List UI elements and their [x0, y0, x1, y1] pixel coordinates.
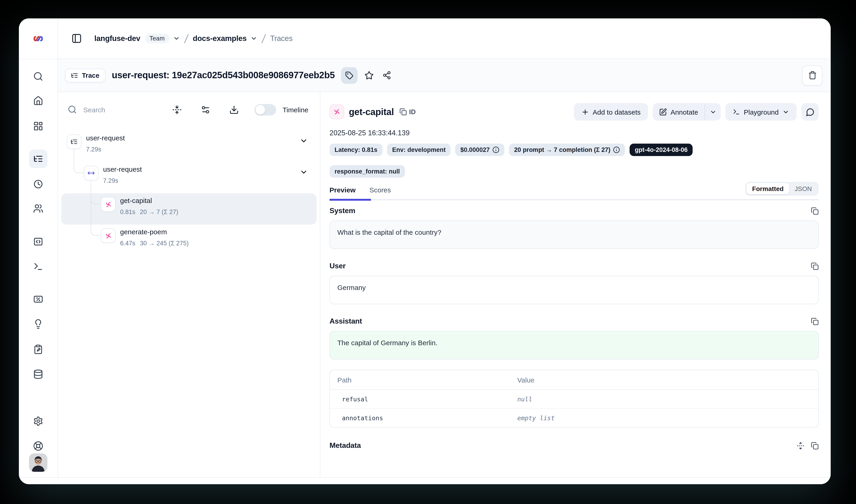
assistant-section-header: Assistant [329, 317, 819, 325]
breadcrumb-project[interactable]: langfuse-dev [94, 34, 140, 43]
system-message-box: What is the capital of the country? [329, 220, 819, 249]
annotate-button[interactable]: Annotate [653, 103, 705, 121]
trace-header: Trace user-request: 19e27ac025d543b008e9… [57, 59, 831, 92]
observation-title: get-capital [349, 107, 394, 117]
sidebar-toggle-icon[interactable] [69, 31, 84, 46]
tree-row-label: user-request [86, 134, 125, 142]
annotate-dropdown-button[interactable] [705, 103, 721, 121]
tree-row-label: generate-poem [120, 228, 167, 236]
collapse-chevron-icon[interactable] [300, 168, 308, 176]
table-row: refusal null [330, 390, 818, 408]
tree-row-tokens: 20 → 7 (Σ 27) [140, 209, 178, 215]
json-option[interactable]: JSON [789, 183, 817, 194]
prompts-code-icon[interactable] [29, 232, 48, 251]
breadcrumb-section: Traces [270, 34, 293, 43]
download-icon[interactable] [229, 105, 239, 114]
chat-bubble-icon [806, 107, 814, 116]
path-cell: annotations [337, 414, 517, 421]
tree-row-label: user-request [103, 165, 142, 173]
annotation-clipboard-icon[interactable] [29, 340, 48, 359]
assistant-message-box: The capital of Germany is Berlin. [329, 331, 819, 359]
trash-icon [808, 71, 817, 79]
trace-tree-icon [71, 72, 78, 79]
detail-tabs: Preview Scores Formatted JSON [329, 186, 819, 200]
copy-id-button[interactable]: ID [399, 108, 416, 115]
annotate-split-button: Annotate [653, 103, 721, 121]
dashboard-icon[interactable] [29, 117, 48, 135]
tokens-value: 20 prompt → 7 completion (Σ 27) [514, 146, 610, 153]
add-to-datasets-button[interactable]: Add to datasets [574, 103, 648, 121]
collapse-all-icon[interactable] [172, 105, 182, 114]
sessions-clock-icon[interactable] [29, 175, 48, 193]
timeline-label: Timeline [283, 106, 308, 113]
tree-connector [91, 180, 101, 236]
org-chevron-down-icon[interactable] [250, 35, 257, 42]
comments-button[interactable] [801, 103, 819, 121]
playground-button[interactable]: Playground [725, 103, 797, 121]
model-badge[interactable]: gpt-4o-2024-08-06 [630, 144, 693, 156]
copy-icon[interactable] [811, 442, 819, 449]
assistant-role-label: Assistant [329, 317, 362, 325]
tokens-badge[interactable]: 20 prompt → 7 completion (Σ 27) [509, 144, 625, 156]
user-message-box: Germany [329, 276, 819, 304]
copy-icon[interactable] [811, 262, 819, 270]
playground-label: Playground [744, 108, 779, 116]
user-avatar[interactable] [29, 453, 48, 472]
copy-icon[interactable] [811, 207, 819, 215]
tab-preview[interactable]: Preview [329, 186, 356, 194]
breadcrumb-divider [183, 33, 190, 44]
insights-lightbulb-icon[interactable] [29, 315, 48, 333]
generation-node-icon [101, 197, 115, 212]
project-chevron-down-icon[interactable] [173, 35, 180, 42]
share-icon [382, 71, 391, 79]
star-icon [365, 71, 374, 80]
tag-button[interactable] [341, 67, 358, 84]
window-footer-strip [19, 477, 831, 484]
evals-percent-icon[interactable] [29, 290, 48, 308]
tree-toolbar: Timeline [57, 98, 320, 121]
screenshot-stage: langfuse-dev Team docs-examples Traces T… [0, 0, 856, 504]
playground-terminal-icon[interactable] [29, 257, 48, 276]
user-role-label: User [329, 262, 345, 270]
users-icon[interactable] [29, 199, 48, 218]
output-fields-table: Path Value refusal null annotations empt… [329, 370, 819, 428]
langfuse-logo-icon [32, 33, 44, 44]
expand-icon[interactable] [797, 442, 804, 449]
metadata-label: Metadata [329, 442, 361, 450]
search-input[interactable] [83, 105, 153, 114]
format-toggle: Formatted JSON [745, 182, 819, 196]
system-role-label: System [329, 207, 355, 215]
terminal-icon [733, 108, 740, 115]
traces-icon[interactable] [29, 149, 48, 168]
search-icon [68, 105, 77, 114]
metrics-badges: Latency: 0.81s Env: development $0.00002… [329, 144, 819, 178]
share-button[interactable] [379, 68, 395, 83]
delete-trace-button[interactable] [802, 65, 822, 85]
chevron-down-icon [782, 108, 789, 115]
observation-detail-panel: get-capital ID Add to datasets Annotate [320, 92, 831, 478]
cost-badge[interactable]: $0.000027 [456, 144, 505, 156]
tree-row-duration: 7.29s [103, 177, 118, 184]
langfuse-logo[interactable] [19, 18, 57, 59]
value-column-header: Value [517, 376, 811, 384]
avatar-image [29, 453, 48, 472]
tree-row-duration: 0.81s [120, 209, 135, 215]
support-lifebuoy-icon[interactable] [29, 437, 48, 455]
tab-scores[interactable]: Scores [369, 186, 391, 194]
observation-timestamp: 2025-08-25 16:33:44.139 [329, 129, 819, 137]
value-cell: null [517, 395, 811, 403]
settings-gear-icon[interactable] [29, 412, 48, 430]
breadcrumb-divider [260, 33, 267, 44]
search-icon[interactable] [29, 67, 48, 86]
view-options-icon[interactable] [200, 105, 210, 114]
bookmark-star-button[interactable] [361, 68, 377, 83]
breadcrumb-org[interactable]: docs-examples [193, 34, 247, 43]
home-icon[interactable] [29, 92, 48, 110]
copy-icon[interactable] [811, 317, 819, 325]
formatted-option[interactable]: Formatted [747, 183, 789, 194]
collapse-chevron-icon[interactable] [300, 137, 308, 145]
timeline-toggle[interactable] [254, 104, 276, 115]
datasets-database-icon[interactable] [29, 365, 48, 383]
tree-row-trace[interactable]: user-request 7.29s [57, 131, 320, 162]
tree-row-label: get-capital [120, 197, 152, 204]
